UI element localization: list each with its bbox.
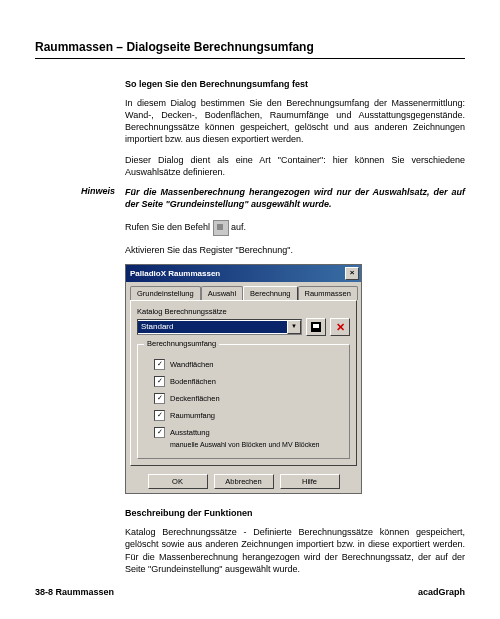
hint-text: Für die Massenberechnung herangezogen wi… [125, 186, 465, 210]
page-title: Raummassen – Dialogseite Berechnungsumfa… [35, 40, 465, 54]
para-functions: Katalog Berechnungssätze - Definierte Be… [125, 526, 465, 575]
para-intro: In diesem Dialog bestimmen Sie den Berec… [125, 97, 465, 146]
tab-content: Katalog Berechnungssätze Standard ▼ ✕ Be… [130, 300, 357, 466]
page-footer: 38-8 Raummassen acadGraph [35, 587, 465, 597]
footer-right: acadGraph [418, 587, 465, 597]
check-boden-label: Bodenflächen [170, 377, 216, 386]
help-button[interactable]: Hilfe [280, 474, 340, 489]
line-activate-tab: Aktivieren Sie das Register "Berechnung"… [125, 244, 465, 256]
chevron-down-icon[interactable]: ▼ [287, 320, 301, 334]
tab-raummassen[interactable]: Raummassen [298, 286, 358, 300]
heading-functions: Beschreibung der Funktionen [125, 508, 465, 518]
delete-button[interactable]: ✕ [330, 318, 350, 336]
check-wand[interactable]: ✓ Wandflächen [146, 359, 341, 370]
ausstattung-note: manuelle Auswahl von Blöcken und MV Blöc… [146, 441, 341, 448]
hint-label: Hinweis [35, 186, 125, 210]
command-icon [213, 220, 229, 236]
line-call-b: auf. [229, 223, 247, 233]
button-row: OK Abbrechen Hilfe [126, 470, 361, 493]
heading-set-scope: So legen Sie den Berechnungsumfang fest [125, 79, 465, 89]
check-ausst-label: Ausstattung [170, 428, 210, 437]
save-icon [311, 322, 321, 332]
dialog-window: PalladioX Raummassen × Grundeinstellung … [125, 264, 362, 494]
check-decken[interactable]: ✓ Deckenflächen [146, 393, 341, 404]
tab-berechnung[interactable]: Berechnung [243, 286, 297, 300]
close-icon[interactable]: × [345, 267, 359, 280]
checkbox-icon[interactable]: ✓ [154, 427, 165, 438]
checkbox-icon[interactable]: ✓ [154, 410, 165, 421]
save-button[interactable] [306, 318, 326, 336]
check-ausstattung[interactable]: ✓ Ausstattung [146, 427, 341, 438]
tab-strip: Grundeinstellung Auswahl Berechnung Raum… [130, 286, 357, 300]
cancel-button[interactable]: Abbrechen [214, 474, 274, 489]
tab-grundeinstellung[interactable]: Grundeinstellung [130, 286, 201, 300]
para-container: Dieser Dialog dient als eine Art "Contai… [125, 154, 465, 178]
line-call-a: Rufen Sie den Befehl [125, 223, 213, 233]
checkbox-icon[interactable]: ✓ [154, 376, 165, 387]
checkbox-icon[interactable]: ✓ [154, 359, 165, 370]
groupbox-legend: Berechnungsumfang [144, 339, 219, 348]
tab-auswahl[interactable]: Auswahl [201, 286, 243, 300]
check-raumumfang[interactable]: ✓ Raumumfang [146, 410, 341, 421]
check-decken-label: Deckenflächen [170, 394, 220, 403]
catalog-label: Katalog Berechnungssätze [137, 307, 350, 316]
footer-left: 38-8 Raummassen [35, 587, 114, 597]
catalog-selected: Standard [138, 321, 287, 333]
check-raum-label: Raumumfang [170, 411, 215, 420]
groupbox-scope: Berechnungsumfang ✓ Wandflächen ✓ Bodenf… [137, 344, 350, 459]
ok-button[interactable]: OK [148, 474, 208, 489]
line-call-command: Rufen Sie den Befehl auf. [125, 220, 465, 236]
check-boden[interactable]: ✓ Bodenflächen [146, 376, 341, 387]
check-wand-label: Wandflächen [170, 360, 214, 369]
checkbox-icon[interactable]: ✓ [154, 393, 165, 404]
catalog-dropdown[interactable]: Standard ▼ [137, 319, 302, 335]
delete-icon: ✕ [336, 322, 345, 332]
titlebar-text: PalladioX Raummassen [130, 269, 345, 278]
title-rule [35, 58, 465, 59]
titlebar: PalladioX Raummassen × [126, 265, 361, 282]
